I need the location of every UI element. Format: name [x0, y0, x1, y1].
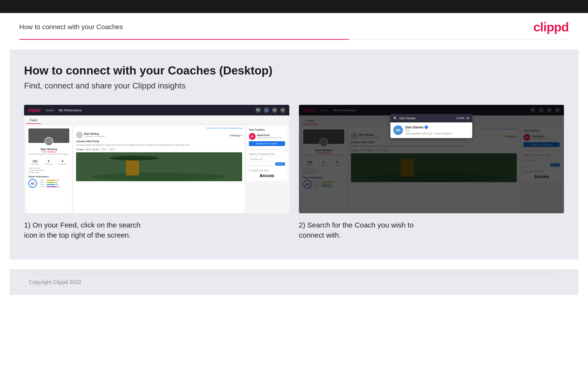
trackman-card: Upload a Trackman Test Add Link: [246, 150, 287, 165]
main-title: How to connect with your Coaches (Deskto…: [24, 64, 564, 77]
search-icon-modal: 🔍: [393, 116, 397, 120]
svg-rect-2: [126, 158, 139, 175]
clear-button[interactable]: CLEAR: [456, 117, 464, 120]
score-circle: 92: [28, 179, 37, 188]
verified-badge: ✓: [425, 126, 428, 129]
result-name: Dan Davies ✓: [405, 125, 452, 129]
svg-point-3: [109, 156, 159, 160]
profile-stats: 131 Activities 3 Followers 4 Following: [28, 157, 69, 165]
coaches-card: Your Coaches DF David Ford Royal North D…: [246, 126, 287, 148]
coach-info: David Ford Royal North Devon Golf Club: [257, 134, 282, 139]
top-bar: [0, 0, 588, 13]
feed-tab[interactable]: Feed: [26, 117, 41, 124]
lesson-card: Blair McHarg Yesterday · Sunningdale Fol…: [74, 130, 245, 183]
svg-point-1: [93, 173, 226, 181]
result-info: Dan Davies ✓ Pro Sunningdale Golf Club, …: [405, 125, 452, 135]
stat-activities: 131 Activities: [31, 159, 39, 165]
avatar-icon-nav[interactable]: ▼: [280, 108, 285, 113]
result-role: Pro: [405, 129, 452, 132]
duration-row: Duration 01 hr : 30 min OTT APP: [76, 148, 242, 151]
tabs-bar: Feed: [24, 115, 289, 124]
arccos-logo: Arccos: [249, 173, 285, 178]
user-icon-nav[interactable]: 👤: [264, 108, 269, 113]
follow-button[interactable]: Following ▾: [230, 134, 242, 137]
search-result[interactable]: DD Dan Davies ✓ Pro Sunningdale Golf Clu…: [390, 122, 472, 138]
profile-banner: [28, 129, 69, 143]
screenshot-col-1: clippd Home My Performance 🔍 👤 ⚙ ▼ Feed: [24, 105, 289, 240]
result-avatar: DD: [393, 125, 403, 135]
trackman-input[interactable]: [249, 157, 285, 161]
clippd-logo: clippd: [533, 20, 569, 34]
connect-card: Connect your data Arccos: [246, 167, 287, 181]
header-divider: [19, 39, 569, 40]
tag-ott: OTT: [100, 148, 107, 151]
coach-item: DF David Ford Royal North Devon Golf Clu…: [249, 133, 285, 140]
search-modal: 🔍 Dan Davies CLEAR ✕ DD Dan Davies ✓ Pro: [390, 114, 472, 138]
stat-followers: 3 Followers: [44, 159, 53, 165]
profile-info: Blair McHarg Plus Handicap Royal North D…: [28, 147, 69, 155]
step-2-text: 2) Search for the Coach you wish toconne…: [299, 220, 564, 240]
nav-icons-1: 🔍 👤 ⚙ ▼: [256, 108, 285, 113]
svg-rect-0: [76, 152, 242, 181]
screenshots-row: clippd Home My Performance 🔍 👤 ⚙ ▼ Feed: [24, 105, 564, 240]
lesson-author-row: Blair McHarg Yesterday · Sunningdale Fol…: [76, 132, 242, 138]
app-body-1: Blair McHarg Plus Handicap Royal North D…: [24, 124, 289, 213]
lesson-avatar: [76, 132, 83, 138]
profile-avatar: [44, 137, 53, 146]
left-panel-1: Blair McHarg Plus Handicap Royal North D…: [26, 126, 72, 213]
profile-handicap: Plus Handicap: [28, 151, 69, 153]
bar-app: APP 85: [40, 182, 60, 183]
footer-text: Copyright Clippd 2022: [29, 274, 559, 290]
app-nav-1: clippd Home My Performance 🔍 👤 ⚙ ▼: [24, 105, 289, 115]
settings-icon-nav[interactable]: ⚙: [272, 108, 277, 113]
tag-app: APP: [109, 148, 115, 151]
latest-activity: Latest Activity Lesson with Fordy 03 Aug…: [28, 167, 69, 174]
profile-club: Royal North Devon Golf Club, United King…: [28, 153, 69, 155]
nav-home-1[interactable]: Home: [45, 109, 54, 112]
manage-coaches-button[interactable]: Manage Your Coaches: [249, 141, 285, 146]
bar-ott: OTT 90: [40, 179, 60, 181]
search-icon-nav[interactable]: 🔍: [256, 108, 261, 113]
lesson-author-info: Blair McHarg Yesterday · Sunningdale: [84, 133, 105, 137]
profile-name: Blair McHarg: [28, 148, 69, 151]
main-content: How to connect with your Coaches (Deskto…: [10, 49, 578, 259]
bar-putt: PUTT 96: [40, 186, 60, 187]
result-club: Sunningdale Golf Club, United Kingdom: [405, 132, 452, 135]
lesson-title: Lesson with Fordy: [76, 140, 242, 143]
middle-panel-1: Control who can see your activity and da…: [74, 126, 245, 213]
search-header: 🔍 Dan Davies CLEAR ✕: [390, 114, 472, 122]
header: How to connect with your Coaches clippd: [0, 13, 588, 39]
screenshot-frame-1: clippd Home My Performance 🔍 👤 ⚙ ▼ Feed: [24, 105, 289, 213]
close-search-button[interactable]: ✕: [466, 116, 469, 120]
bar-arg: ARG 86: [40, 184, 60, 185]
nav-logo-1: clippd: [28, 108, 41, 113]
player-perf: Player Performance 92 OTT 90: [28, 175, 69, 188]
page-title: How to connect with your Coaches: [19, 23, 123, 31]
main-subtitle: Find, connect and share your Clippd insi…: [24, 81, 564, 90]
screenshot-col-2: clippd Home My Performance 🔍 👤 ⚙ ▼ Feed: [299, 105, 564, 240]
perf-bars: OTT 90 APP 85: [40, 179, 60, 188]
nav-myperformance-1[interactable]: My Performance: [59, 109, 82, 112]
add-link-button[interactable]: Add Link: [275, 162, 285, 166]
control-link[interactable]: Control who can see your activity and da…: [74, 126, 245, 130]
search-query[interactable]: Dan Davies: [399, 116, 454, 120]
step-1-text: 1) On your Feed, click on the searchicon…: [24, 220, 289, 240]
app-ui-1: clippd Home My Performance 🔍 👤 ⚙ ▼ Feed: [24, 105, 289, 213]
screenshot-frame-2: clippd Home My Performance 🔍 👤 ⚙ ▼ Feed: [299, 105, 564, 213]
footer: Copyright Clippd 2022: [10, 269, 578, 295]
lesson-text: Looking to feel like my hands are exitin…: [76, 144, 242, 146]
right-panel-1: Your Coaches DF David Ford Royal North D…: [246, 126, 287, 213]
lesson-image: [76, 152, 242, 181]
coach-avatar: DF: [249, 133, 256, 140]
stat-following: 4 Following: [58, 159, 66, 165]
